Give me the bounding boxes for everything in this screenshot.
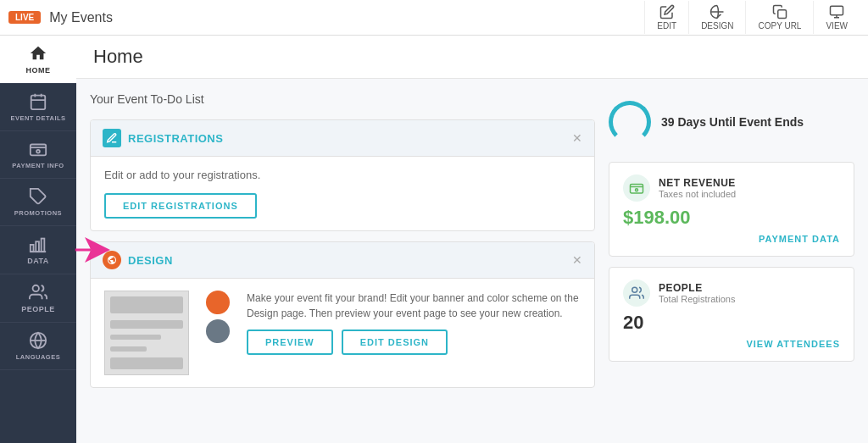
registrations-card-body: Edit or add to your registrations. EDIT … <box>91 157 594 230</box>
edit-registrations-button[interactable]: EDIT REGISTRATIONS <box>104 193 257 219</box>
edit-design-button[interactable]: EDIT DESIGN <box>342 329 448 355</box>
design-description: Make your event fit your brand! Edit you… <box>247 291 581 321</box>
sidebar-payment-label: PAYMENT INFO <box>12 162 64 169</box>
people-card: PEOPLE Total Registrations 20 VIEW ATTEN… <box>609 267 854 362</box>
sidebar-languages-label: LANGUAGES <box>16 353 60 361</box>
net-revenue-titles: NET REVENUE Taxes not included <box>659 177 736 199</box>
days-widget: 39 Days Until Event Ends <box>609 92 854 152</box>
design-close[interactable]: ✕ <box>572 254 582 266</box>
registrations-header-left: REGISTRATIONS <box>103 129 223 147</box>
registrations-close[interactable]: ✕ <box>572 132 582 144</box>
preview-bar-1 <box>110 320 183 329</box>
sidebar-item-people[interactable]: PEOPLE <box>0 274 76 323</box>
view-attendees-link[interactable]: VIEW ATTENDEES <box>623 339 840 349</box>
copy-url-action[interactable]: COPY URL <box>745 1 813 34</box>
edit-action[interactable]: EDIT <box>644 1 688 34</box>
preview-bar-2 <box>110 335 161 340</box>
design-card-body: Make your event fit your brand! Edit you… <box>91 279 594 387</box>
sidebar-home-label: HOME <box>26 66 51 75</box>
days-text: 39 Days Until Event Ends <box>661 115 804 129</box>
svg-rect-6 <box>31 245 34 252</box>
design-preview-mockup <box>104 291 189 375</box>
design-title: DESIGN <box>128 254 173 267</box>
sidebar-item-payment-info[interactable]: PAYMENT INFO <box>0 131 76 179</box>
net-revenue-card: NET REVENUE Taxes not included $198.00 P… <box>609 162 854 257</box>
top-bar: LIVE My Events EDIT DESIGN COPY URL VIEW <box>0 0 868 36</box>
design-card-header: DESIGN ✕ <box>91 242 594 279</box>
design-card: DESIGN ✕ <box>90 241 595 388</box>
todo-title: Your Event To-Do List <box>90 92 595 106</box>
people-titles: PEOPLE Total Registrations <box>659 282 736 304</box>
sidebar-item-home[interactable]: HOME <box>0 36 76 84</box>
registrations-card-header: REGISTRATIONS ✕ <box>91 120 594 157</box>
design-text-area: Make your event fit your brand! Edit you… <box>247 291 581 355</box>
svg-rect-8 <box>42 239 45 252</box>
sidebar-event-details-label: EVENT DETAILS <box>10 114 65 122</box>
design-action[interactable]: DESIGN <box>688 1 745 34</box>
svg-rect-7 <box>36 241 39 252</box>
main-header: Home <box>76 36 868 79</box>
design-icon <box>709 4 725 19</box>
design-header-left: DESIGN <box>103 251 173 269</box>
net-revenue-value: $198.00 <box>623 207 840 229</box>
sidebar-promotions-label: PROMOTIONS <box>14 209 62 217</box>
registrations-icon <box>103 129 121 147</box>
people-title: PEOPLE <box>659 282 736 294</box>
event-details-icon <box>29 92 47 111</box>
svg-rect-1 <box>831 6 843 15</box>
sidebar: HOME EVENT DETAILS PAYMENT INFO PROMOTIO… <box>0 36 76 443</box>
copy-url-icon <box>772 4 787 19</box>
promotions-icon <box>29 187 47 206</box>
preview-button[interactable]: PREVIEW <box>247 329 333 355</box>
copy-url-label: COPY URL <box>758 21 801 30</box>
view-action[interactable]: VIEW <box>813 1 860 34</box>
left-column: Your Event To-Do List REGISTRATIONS ✕ <box>90 92 595 429</box>
sidebar-item-promotions[interactable]: PROMOTIONS <box>0 179 76 226</box>
right-column: 39 Days Until Event Ends NET REVENUE Tax… <box>609 92 854 429</box>
languages-icon <box>29 331 47 350</box>
svg-point-4 <box>36 150 40 153</box>
design-card-icon <box>103 251 121 269</box>
home-icon <box>29 44 47 63</box>
sidebar-item-data[interactable]: DATA <box>0 226 76 274</box>
view-icon <box>829 4 844 19</box>
circle-gray <box>206 319 230 343</box>
design-color-circles <box>201 291 235 343</box>
net-revenue-subtitle: Taxes not included <box>659 189 736 199</box>
people-icon <box>29 283 47 302</box>
registrations-description: Edit or add to your registrations. <box>104 169 581 181</box>
edit-label: EDIT <box>657 21 676 30</box>
people-icon-circle <box>623 280 650 307</box>
preview-bar-header <box>110 296 183 313</box>
svg-point-9 <box>33 285 39 291</box>
registrations-title: REGISTRATIONS <box>128 132 223 145</box>
live-badge: LIVE <box>8 11 41 24</box>
design-label: DESIGN <box>701 21 733 30</box>
net-revenue-icon <box>623 174 650 202</box>
top-bar-actions: EDIT DESIGN COPY URL VIEW <box>644 1 860 34</box>
edit-icon <box>659 4 675 19</box>
net-revenue-header: NET REVENUE Taxes not included <box>623 174 840 202</box>
page-title: Home <box>93 46 851 68</box>
people-value: 20 <box>623 312 840 334</box>
sidebar-item-event-details[interactable]: EVENT DETAILS <box>0 84 76 131</box>
main-body: Your Event To-Do List REGISTRATIONS ✕ <box>76 79 868 443</box>
circle-orange <box>206 291 230 314</box>
net-revenue-title: NET REVENUE <box>659 177 736 189</box>
sidebar-item-languages[interactable]: LANGUAGES <box>0 323 76 370</box>
svg-rect-0 <box>778 10 787 19</box>
people-subtitle: Total Registrations <box>659 294 736 304</box>
design-actions: PREVIEW EDIT DESIGN <box>247 329 581 355</box>
main-content: Home Your Event To-Do List REGISTRATIONS <box>76 36 868 443</box>
registrations-card: REGISTRATIONS ✕ Edit or add to your regi… <box>90 119 595 231</box>
days-circle <box>609 101 651 143</box>
view-label: VIEW <box>826 21 848 30</box>
svg-point-14 <box>632 287 637 292</box>
svg-point-13 <box>636 189 638 191</box>
layout: HOME EVENT DETAILS PAYMENT INFO PROMOTIO… <box>0 36 868 443</box>
sidebar-data-label: DATA <box>27 257 49 265</box>
payment-data-link[interactable]: PAYMENT DATA <box>623 234 840 244</box>
page-title-bar: My Events <box>49 10 644 25</box>
preview-bar-4 <box>110 357 183 369</box>
people-header: PEOPLE Total Registrations <box>623 280 840 307</box>
